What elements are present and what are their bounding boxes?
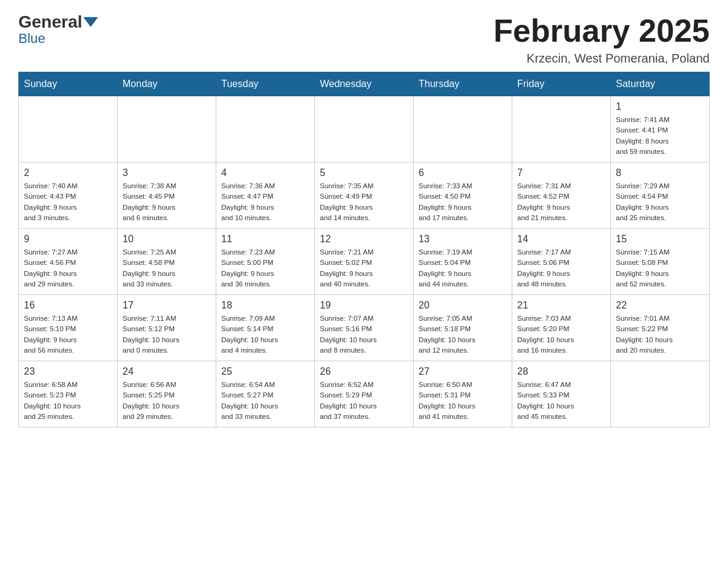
logo-arrow-icon — [83, 17, 98, 27]
calendar-cell — [118, 96, 216, 163]
day-info: Sunrise: 7:36 AM Sunset: 4:47 PM Dayligh… — [221, 181, 309, 223]
calendar-cell: 8Sunrise: 7:29 AM Sunset: 4:54 PM Daylig… — [611, 163, 710, 229]
day-number: 4 — [221, 167, 309, 178]
day-number: 11 — [221, 234, 309, 245]
calendar-cell: 3Sunrise: 7:38 AM Sunset: 4:45 PM Daylig… — [118, 163, 216, 229]
day-number: 21 — [517, 300, 605, 311]
day-number: 6 — [419, 167, 507, 178]
calendar-cell: 26Sunrise: 6:52 AM Sunset: 5:29 PM Dayli… — [315, 361, 414, 427]
day-number: 1 — [616, 101, 704, 112]
day-number: 2 — [24, 167, 112, 178]
calendar-header: SundayMondayTuesdayWednesdayThursdayFrid… — [19, 72, 710, 96]
month-title: February 2025 — [493, 12, 710, 49]
day-info: Sunrise: 7:33 AM Sunset: 4:50 PM Dayligh… — [419, 181, 507, 223]
calendar-cell: 4Sunrise: 7:36 AM Sunset: 4:47 PM Daylig… — [216, 163, 315, 229]
day-number: 28 — [517, 366, 605, 377]
calendar-week-2: 2Sunrise: 7:40 AM Sunset: 4:43 PM Daylig… — [19, 163, 710, 229]
day-info: Sunrise: 7:21 AM Sunset: 5:02 PM Dayligh… — [320, 247, 408, 289]
calendar-cell: 17Sunrise: 7:11 AM Sunset: 5:12 PM Dayli… — [118, 295, 216, 361]
day-info: Sunrise: 7:19 AM Sunset: 5:04 PM Dayligh… — [419, 247, 507, 289]
column-header-sunday: Sunday — [19, 72, 118, 96]
calendar-cell: 18Sunrise: 7:09 AM Sunset: 5:14 PM Dayli… — [216, 295, 315, 361]
calendar-cell — [216, 96, 315, 163]
day-info: Sunrise: 7:09 AM Sunset: 5:14 PM Dayligh… — [221, 313, 309, 356]
calendar-cell — [315, 96, 414, 163]
day-info: Sunrise: 6:47 AM Sunset: 5:33 PM Dayligh… — [517, 380, 605, 422]
day-info: Sunrise: 7:35 AM Sunset: 4:49 PM Dayligh… — [320, 181, 408, 223]
day-number: 25 — [221, 366, 309, 377]
calendar-cell: 21Sunrise: 7:03 AM Sunset: 5:20 PM Dayli… — [512, 295, 611, 361]
day-number: 12 — [320, 234, 408, 245]
title-section: February 2025 Krzecin, West Pomerania, P… — [493, 12, 710, 66]
calendar-cell: 22Sunrise: 7:01 AM Sunset: 5:22 PM Dayli… — [611, 295, 710, 361]
logo-general-text: General — [18, 12, 82, 32]
calendar-cell: 16Sunrise: 7:13 AM Sunset: 5:10 PM Dayli… — [19, 295, 118, 361]
calendar-week-4: 16Sunrise: 7:13 AM Sunset: 5:10 PM Dayli… — [19, 295, 710, 361]
day-number: 13 — [419, 234, 507, 245]
day-info: Sunrise: 6:50 AM Sunset: 5:31 PM Dayligh… — [419, 380, 507, 422]
day-info: Sunrise: 7:25 AM Sunset: 4:58 PM Dayligh… — [123, 247, 211, 289]
calendar-cell: 14Sunrise: 7:17 AM Sunset: 5:06 PM Dayli… — [512, 229, 611, 295]
day-info: Sunrise: 7:03 AM Sunset: 5:20 PM Dayligh… — [517, 313, 605, 356]
location-text: Krzecin, West Pomerania, Poland — [493, 52, 710, 66]
day-info: Sunrise: 7:38 AM Sunset: 4:45 PM Dayligh… — [123, 181, 211, 223]
day-number: 15 — [616, 234, 704, 245]
calendar-week-5: 23Sunrise: 6:58 AM Sunset: 5:23 PM Dayli… — [19, 361, 710, 427]
day-number: 20 — [419, 300, 507, 311]
day-info: Sunrise: 6:56 AM Sunset: 5:25 PM Dayligh… — [123, 380, 211, 422]
day-info: Sunrise: 7:31 AM Sunset: 4:52 PM Dayligh… — [517, 181, 605, 223]
column-header-tuesday: Tuesday — [216, 72, 315, 96]
day-info: Sunrise: 7:23 AM Sunset: 5:00 PM Dayligh… — [221, 247, 309, 289]
calendar-cell: 7Sunrise: 7:31 AM Sunset: 4:52 PM Daylig… — [512, 163, 611, 229]
column-header-saturday: Saturday — [611, 72, 710, 96]
day-info: Sunrise: 6:54 AM Sunset: 5:27 PM Dayligh… — [221, 380, 309, 422]
header-row: SundayMondayTuesdayWednesdayThursdayFrid… — [19, 72, 710, 96]
calendar-cell — [611, 361, 710, 427]
day-info: Sunrise: 6:52 AM Sunset: 5:29 PM Dayligh… — [320, 380, 408, 422]
day-number: 22 — [616, 300, 704, 311]
day-info: Sunrise: 7:01 AM Sunset: 5:22 PM Dayligh… — [616, 313, 704, 356]
column-header-friday: Friday — [512, 72, 611, 96]
calendar-cell: 23Sunrise: 6:58 AM Sunset: 5:23 PM Dayli… — [19, 361, 118, 427]
calendar-cell: 27Sunrise: 6:50 AM Sunset: 5:31 PM Dayli… — [414, 361, 512, 427]
day-number: 8 — [616, 167, 704, 178]
day-number: 9 — [24, 234, 112, 245]
day-number: 16 — [24, 300, 112, 311]
column-header-wednesday: Wednesday — [315, 72, 414, 96]
day-info: Sunrise: 7:15 AM Sunset: 5:08 PM Dayligh… — [616, 247, 704, 289]
day-info: Sunrise: 7:07 AM Sunset: 5:16 PM Dayligh… — [320, 313, 408, 356]
day-number: 23 — [24, 366, 112, 377]
day-info: Sunrise: 7:27 AM Sunset: 4:56 PM Dayligh… — [24, 247, 112, 289]
calendar-cell — [19, 96, 118, 163]
day-number: 14 — [517, 234, 605, 245]
calendar-cell: 15Sunrise: 7:15 AM Sunset: 5:08 PM Dayli… — [611, 229, 710, 295]
calendar-cell: 9Sunrise: 7:27 AM Sunset: 4:56 PM Daylig… — [19, 229, 118, 295]
day-number: 17 — [123, 300, 211, 311]
page-header: General Blue February 2025 Krzecin, West… — [18, 12, 710, 66]
day-info: Sunrise: 7:11 AM Sunset: 5:12 PM Dayligh… — [123, 313, 211, 356]
calendar-cell: 24Sunrise: 6:56 AM Sunset: 5:25 PM Dayli… — [118, 361, 216, 427]
day-info: Sunrise: 7:40 AM Sunset: 4:43 PM Dayligh… — [24, 181, 112, 223]
day-number: 18 — [221, 300, 309, 311]
day-info: Sunrise: 7:29 AM Sunset: 4:54 PM Dayligh… — [616, 181, 704, 223]
day-info: Sunrise: 7:13 AM Sunset: 5:10 PM Dayligh… — [24, 313, 112, 356]
day-number: 26 — [320, 366, 408, 377]
calendar-cell: 12Sunrise: 7:21 AM Sunset: 5:02 PM Dayli… — [315, 229, 414, 295]
calendar-table: SundayMondayTuesdayWednesdayThursdayFrid… — [18, 72, 710, 427]
calendar-cell: 20Sunrise: 7:05 AM Sunset: 5:18 PM Dayli… — [414, 295, 512, 361]
day-info: Sunrise: 6:58 AM Sunset: 5:23 PM Dayligh… — [24, 380, 112, 422]
day-number: 3 — [123, 167, 211, 178]
calendar-body: 1Sunrise: 7:41 AM Sunset: 4:41 PM Daylig… — [19, 96, 710, 427]
calendar-cell — [414, 96, 512, 163]
day-number: 27 — [419, 366, 507, 377]
column-header-thursday: Thursday — [414, 72, 512, 96]
calendar-cell: 10Sunrise: 7:25 AM Sunset: 4:58 PM Dayli… — [118, 229, 216, 295]
calendar-cell: 28Sunrise: 6:47 AM Sunset: 5:33 PM Dayli… — [512, 361, 611, 427]
calendar-week-3: 9Sunrise: 7:27 AM Sunset: 4:56 PM Daylig… — [19, 229, 710, 295]
logo-blue-text: Blue — [18, 31, 45, 47]
calendar-week-1: 1Sunrise: 7:41 AM Sunset: 4:41 PM Daylig… — [19, 96, 710, 163]
logo: General Blue — [18, 12, 99, 47]
day-number: 10 — [123, 234, 211, 245]
calendar-cell: 2Sunrise: 7:40 AM Sunset: 4:43 PM Daylig… — [19, 163, 118, 229]
calendar-cell: 19Sunrise: 7:07 AM Sunset: 5:16 PM Dayli… — [315, 295, 414, 361]
